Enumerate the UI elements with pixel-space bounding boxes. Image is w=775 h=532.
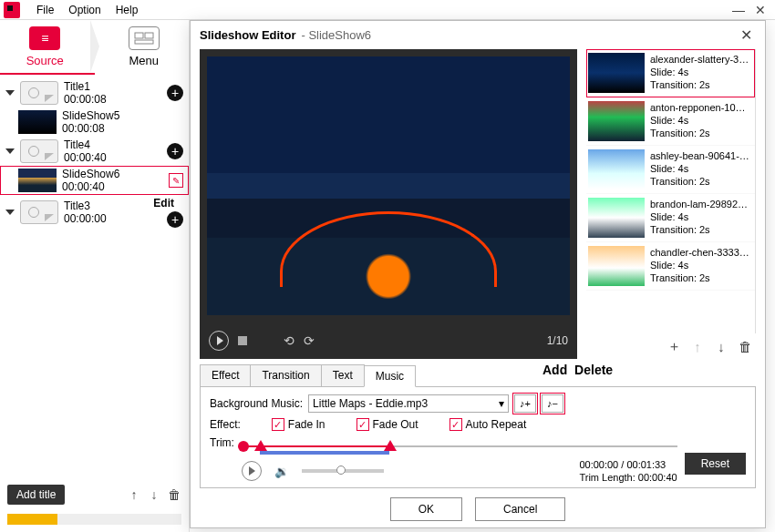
dialog-buttons: OK Cancel — [200, 488, 756, 527]
trim-marker-start-icon[interactable] — [254, 440, 267, 451]
ok-button[interactable]: OK — [390, 497, 462, 521]
thumbnail-column: alexander-slattery-3… Slide: 4s Transiti… — [586, 49, 756, 359]
delete-annotation-label: Delete — [574, 363, 613, 377]
dialog-subtitle: - SlideShow6 — [301, 28, 371, 42]
source-icon: ≡ — [29, 26, 60, 50]
source-group-title1[interactable]: Title1 00:00:08 + — [0, 78, 189, 107]
placeholder-thumb-icon — [20, 139, 58, 163]
thumb-item[interactable]: ashley-bean-90641-… Slide: 4s Transition… — [586, 146, 755, 194]
slideshow-editor-dialog: Slideshow Editor - SlideShow6 ✕ ⟲ ⟳ 1/10 — [190, 20, 766, 528]
source-group-title3[interactable]: Title3 00:00:00 Edit + — [0, 195, 189, 230]
add-music-button[interactable]: ♪+ — [514, 394, 536, 413]
dialog-close-icon[interactable]: ✕ — [737, 26, 756, 44]
editor-tabs: Effect Transition Text Music Add Delete — [200, 364, 756, 387]
rotate-left-icon[interactable]: ⟲ — [284, 333, 294, 348]
tab-chevron-icon — [90, 20, 99, 73]
thumb-item[interactable]: brandon-lam-29892… Slide: 4s Transition:… — [586, 194, 755, 242]
cancel-button[interactable]: Cancel — [475, 497, 565, 521]
group-title: Title1 — [64, 80, 161, 93]
svg-rect-1 — [145, 33, 153, 38]
fade-out-label: Fade Out — [373, 418, 418, 431]
delete-slide-icon[interactable]: 🗑 — [738, 339, 752, 353]
window-close-icon[interactable]: ✕ — [749, 3, 771, 17]
placeholder-thumb-icon — [20, 200, 58, 224]
delete-music-button[interactable]: ♪− — [542, 394, 563, 413]
add-button[interactable]: + — [167, 211, 183, 228]
move-up-icon[interactable]: ↑ — [690, 339, 705, 353]
expand-icon[interactable] — [5, 148, 15, 154]
edit-label: Edit — [153, 197, 183, 210]
svg-rect-0 — [135, 33, 143, 38]
trash-icon[interactable]: 🗑 — [167, 487, 181, 502]
left-tabs: ≡ Source Menu — [0, 20, 189, 73]
thumbnail-list[interactable]: alexander-slattery-3… Slide: 4s Transiti… — [586, 49, 756, 333]
tab-transition[interactable]: Transition — [250, 364, 321, 386]
edit-icon[interactable]: ✎ — [169, 173, 183, 188]
thumbnail-icon — [18, 110, 57, 134]
trim-handle-start[interactable] — [238, 441, 249, 452]
group-duration: 00:00:00 — [64, 212, 148, 225]
volume-handle[interactable] — [336, 466, 346, 475]
source-item-slideshow6[interactable]: SlideShow6 00:00:40 ✎ — [0, 166, 189, 195]
menubar: File Option Help ― ✕ — [0, 0, 775, 20]
thumb-item[interactable]: alexander-slattery-3… Slide: 4s Transiti… — [586, 49, 755, 97]
add-button[interactable]: + — [167, 85, 183, 101]
add-slide-icon[interactable]: ＋ — [666, 339, 681, 353]
placeholder-thumb-icon — [20, 81, 58, 105]
trim-marker-end-icon[interactable] — [384, 440, 397, 451]
fade-out-checkbox[interactable] — [356, 418, 369, 431]
add-button[interactable]: + — [167, 143, 183, 159]
tab-effect[interactable]: Effect — [200, 364, 251, 386]
thumbnail-icon — [588, 246, 645, 286]
trim-play-button[interactable] — [242, 461, 262, 481]
source-group-title4[interactable]: Title4 00:00:40 + — [0, 137, 189, 166]
thumb-slide: Slide: 4s — [650, 210, 748, 223]
item-duration: 00:00:40 — [62, 180, 163, 193]
tab-music[interactable]: Music — [364, 365, 416, 387]
expand-icon[interactable] — [5, 90, 15, 96]
play-icon — [217, 336, 223, 345]
preview-image — [207, 56, 570, 315]
stop-button[interactable] — [238, 336, 247, 345]
thumb-item[interactable]: anton-repponen-10… Slide: 4s Transition:… — [586, 97, 755, 146]
item-duration: 00:00:08 — [62, 122, 183, 135]
play-button[interactable] — [209, 331, 229, 351]
menu-icon — [129, 26, 160, 50]
reset-button[interactable]: Reset — [685, 453, 746, 475]
expand-icon[interactable] — [5, 210, 15, 215]
menu-option[interactable]: Option — [61, 2, 108, 18]
tab-menu[interactable]: Menu — [99, 26, 190, 67]
thumb-transition: Transition: 2s — [650, 271, 749, 284]
progress-bar — [7, 514, 181, 525]
thumb-name: alexander-slattery-3… — [650, 53, 749, 66]
move-down-icon[interactable]: ↓ — [714, 339, 728, 353]
dialog-titlebar: Slideshow Editor - SlideShow6 ✕ — [191, 21, 765, 49]
source-item-slideshow5[interactable]: SlideShow5 00:00:08 — [0, 107, 189, 137]
window-minimize-icon[interactable]: ― — [728, 3, 749, 17]
fade-in-checkbox[interactable] — [272, 418, 284, 431]
tab-text[interactable]: Text — [321, 364, 365, 386]
thumb-slide: Slide: 4s — [650, 162, 749, 175]
effect-label: Effect: — [210, 418, 241, 431]
auto-repeat-checkbox[interactable] — [450, 418, 462, 431]
time-range: 00:00:00 / 00:01:33 — [579, 458, 677, 471]
thumb-name: anton-repponen-10… — [650, 101, 746, 114]
tab-source[interactable]: ≡ Source — [0, 26, 90, 67]
tab-menu-label: Menu — [129, 54, 159, 67]
volume-slider[interactable] — [302, 469, 384, 473]
rotate-right-icon[interactable]: ⟳ — [304, 333, 315, 348]
menu-help[interactable]: Help — [108, 2, 146, 18]
thumb-item[interactable]: chandler-chen-3333… Slide: 4s Transition… — [586, 242, 755, 291]
move-down-icon[interactable]: ↓ — [147, 487, 161, 502]
trim-label: Trim: — [210, 436, 234, 449]
menu-file[interactable]: File — [29, 2, 61, 18]
bg-music-select[interactable]: Little Maps - Eddie.mp3 ▾ — [308, 394, 509, 413]
tab-source-label: Source — [26, 54, 64, 67]
move-up-icon[interactable]: ↑ — [127, 487, 141, 502]
add-annotation-label: Add — [542, 363, 567, 377]
add-title-button[interactable]: Add title — [7, 485, 65, 505]
thumb-slide: Slide: 4s — [650, 114, 746, 127]
preview-controls: ⟲ ⟳ 1/10 — [200, 322, 577, 359]
bg-music-label: Background Music: — [210, 397, 303, 410]
trim-slider[interactable] — [242, 436, 677, 456]
